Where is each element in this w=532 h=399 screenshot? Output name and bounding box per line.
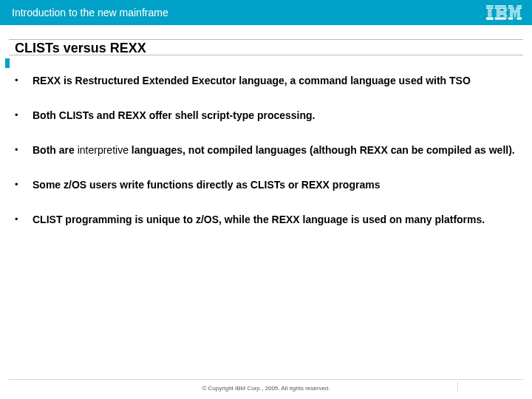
header-subtitle: Introduction to the new mainframe (12, 7, 168, 18)
svg-rect-5 (488, 16, 491, 17)
svg-rect-27 (514, 13, 516, 15)
svg-rect-21 (508, 7, 514, 9)
list-item: • REXX is Restructured Extended Executor… (15, 74, 519, 88)
list-item: • Both are interpretive languages, not c… (15, 143, 519, 157)
bullet-icon: • (15, 213, 28, 226)
header-bar: Introduction to the new mainframe (0, 0, 532, 25)
svg-rect-13 (497, 11, 506, 13)
svg-rect-0 (486, 5, 494, 7)
svg-rect-24 (515, 10, 519, 11)
svg-rect-32 (508, 17, 513, 18)
svg-rect-11 (497, 10, 500, 11)
svg-rect-23 (510, 10, 514, 11)
list-item: • Both CLISTs and REXX offer shell scrip… (15, 109, 519, 123)
list-item: • Some z/OS users write functions direct… (15, 178, 519, 192)
svg-rect-30 (514, 16, 516, 17)
svg-rect-35 (508, 18, 513, 20)
svg-rect-25 (510, 11, 520, 13)
accent-marker (5, 58, 10, 68)
svg-rect-8 (486, 18, 494, 20)
svg-rect-9 (495, 5, 506, 7)
bullet-text-mid: interpretive (78, 144, 129, 156)
svg-rect-17 (495, 17, 507, 18)
svg-rect-18 (495, 18, 506, 20)
svg-rect-29 (510, 16, 513, 17)
slide-title: CLISTs versus REXX (15, 41, 146, 56)
bullet-text: Both CLISTs and REXX offer shell script-… (28, 109, 315, 123)
footer-rule (9, 379, 523, 380)
svg-rect-28 (517, 13, 520, 15)
svg-rect-34 (517, 17, 522, 18)
slide: Introduction to the new mainframe (0, 0, 532, 399)
svg-rect-19 (508, 5, 513, 7)
svg-rect-1 (486, 7, 494, 9)
svg-rect-20 (517, 5, 522, 7)
content-area: • REXX is Restructured Extended Executor… (15, 74, 519, 247)
svg-rect-33 (514, 17, 515, 18)
svg-rect-26 (510, 13, 513, 15)
bullet-icon: • (15, 109, 28, 122)
bullet-text-pre: Both are (33, 144, 78, 156)
svg-rect-36 (517, 18, 522, 20)
svg-rect-3 (488, 11, 491, 13)
title-rule-bottom (9, 55, 523, 55)
svg-rect-31 (517, 16, 520, 17)
ibm-logo-icon (486, 5, 522, 20)
svg-rect-22 (516, 7, 522, 9)
bullet-icon: • (15, 143, 28, 157)
title-rule-top (9, 39, 523, 40)
svg-rect-2 (488, 10, 491, 11)
bullet-text: REXX is Restructured Extended Executor l… (28, 74, 471, 88)
svg-rect-12 (503, 10, 507, 11)
bullet-text-post: languages, not compiled languages (altho… (129, 144, 515, 156)
bullet-icon: • (15, 74, 28, 87)
svg-rect-4 (488, 13, 491, 15)
svg-rect-6 (486, 17, 494, 18)
svg-rect-15 (497, 16, 500, 17)
bullet-text: Both are interpretive languages, not com… (28, 143, 515, 157)
bullet-icon: • (15, 178, 28, 191)
svg-rect-10 (495, 7, 507, 9)
list-item: • CLIST programming is unique to z/OS, w… (15, 213, 519, 227)
svg-rect-14 (497, 13, 506, 15)
logo-container (486, 0, 522, 25)
bullet-text: Some z/OS users write functions directly… (28, 178, 380, 192)
svg-rect-16 (503, 16, 507, 17)
bullet-text: CLIST programming is unique to z/OS, whi… (28, 213, 485, 227)
copyright-text: © Copyright IBM Corp., 2005. All rights … (0, 385, 532, 392)
bullet-list: • REXX is Restructured Extended Executor… (15, 74, 519, 226)
